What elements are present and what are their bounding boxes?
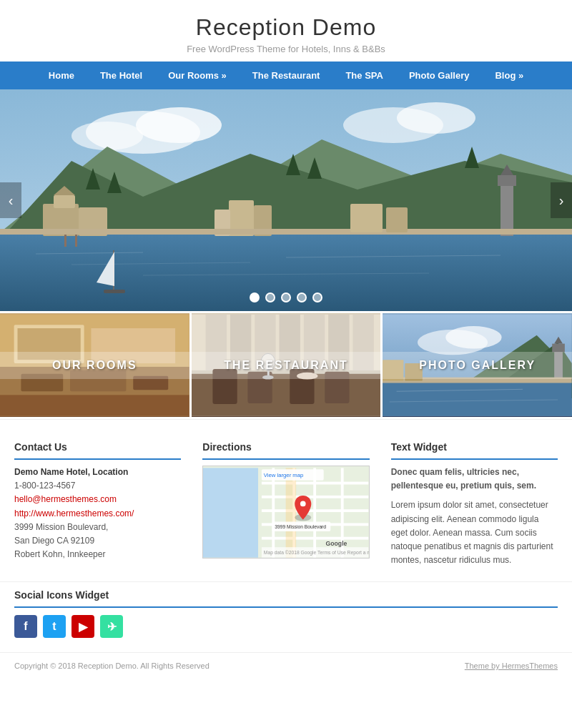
- svg-rect-91: [286, 468, 296, 557]
- svg-point-67: [446, 326, 502, 348]
- hero-dot-4[interactable]: [297, 292, 307, 302]
- svg-rect-35: [386, 207, 408, 232]
- svg-rect-19: [54, 195, 75, 208]
- hero-image: [0, 89, 572, 311]
- nav-item-hotel[interactable]: The Hotel: [87, 62, 155, 89]
- hero-dot-5[interactable]: [312, 292, 322, 302]
- svg-text:Map data ©2018 Google  Terms o: Map data ©2018 Google Terms of Use Repor…: [264, 550, 369, 556]
- nav-link-restaurant[interactable]: The Restaurant: [240, 62, 333, 89]
- map-container: View larger map 3999 Mission Boulevard M…: [202, 466, 369, 559]
- svg-text:Google: Google: [326, 540, 347, 547]
- feature-boxes: OUR ROOMS: [0, 313, 572, 417]
- hero-next-button[interactable]: ›: [551, 182, 572, 218]
- svg-rect-34: [350, 204, 383, 232]
- contact-widget-title: Contact Us: [14, 441, 181, 460]
- feature-box-restaurant[interactable]: THE RESTAURANT: [192, 313, 381, 417]
- svg-rect-24: [104, 290, 125, 293]
- feature-restaurant-label: THE RESTAURANT: [192, 352, 381, 379]
- contact-business-name: Demo Name Hotel, Location: [14, 467, 128, 477]
- social-facebook-icon[interactable]: f: [14, 615, 37, 638]
- nav-link-rooms[interactable]: Our Rooms »: [155, 62, 240, 89]
- contact-manager: Robert Kohn, Innkeeper: [14, 549, 105, 559]
- contact-email[interactable]: hello@hermesthemes.com: [14, 494, 117, 504]
- svg-text:View larger map: View larger map: [264, 472, 304, 478]
- nav-item-spa[interactable]: The SPA: [332, 62, 396, 89]
- social-widget-title: Social Icons Widget: [14, 589, 558, 608]
- text-widget: Text Widget Donec quam felis, ultricies …: [391, 441, 558, 567]
- svg-rect-31: [498, 175, 516, 186]
- hero-dot-1[interactable]: [250, 292, 260, 302]
- contact-widget: Contact Us Demo Name Hotel, Location 1-8…: [14, 441, 181, 567]
- nav-link-gallery[interactable]: Photo Gallery: [396, 62, 483, 89]
- nav-link-hotel[interactable]: The Hotel: [87, 62, 155, 89]
- feature-gallery-label: PHOTO GALLERY: [383, 352, 572, 379]
- hero-dot-3[interactable]: [281, 292, 291, 302]
- nav-item-rooms[interactable]: Our Rooms »: [155, 62, 240, 89]
- site-title: Reception Demo: [0, 14, 572, 41]
- social-tripadvisor-icon[interactable]: ✈: [100, 615, 123, 638]
- nav-item-home[interactable]: Home: [36, 62, 87, 89]
- social-icons-list: f t ▶ ✈: [14, 615, 558, 638]
- theme-credit-link[interactable]: Theme by HermesThemes: [465, 661, 558, 670]
- nav-list: Home The Hotel Our Rooms » The Restauran…: [0, 62, 572, 89]
- contact-address: Demo Name Hotel, Location 1-800-123-4567…: [14, 466, 181, 561]
- nav-item-blog[interactable]: Blog »: [482, 62, 536, 89]
- svg-rect-80: [203, 468, 258, 557]
- svg-point-2: [136, 107, 222, 143]
- footer-widgets: Contact Us Demo Name Hotel, Location 1-8…: [0, 419, 572, 581]
- copyright-text: Copyright © 2018 Reception Demo. All Rig…: [14, 661, 209, 670]
- svg-point-95: [300, 501, 306, 507]
- site-header: Reception Demo Free WordPress Theme for …: [0, 0, 572, 62]
- svg-rect-73: [383, 381, 572, 416]
- feature-box-rooms[interactable]: OUR ROOMS: [0, 313, 189, 417]
- nav-link-spa[interactable]: The SPA: [332, 62, 396, 89]
- text-widget-bold: Donec quam felis, ultricies nec, pellent…: [391, 466, 558, 493]
- main-nav: Home The Hotel Our Rooms » The Restauran…: [0, 62, 572, 89]
- map-image: View larger map 3999 Mission Boulevard M…: [203, 466, 368, 559]
- nav-link-home[interactable]: Home: [36, 62, 87, 89]
- site-tagline: Free WordPress Theme for Hotels, Inns & …: [0, 44, 572, 54]
- svg-rect-45: [0, 395, 189, 415]
- svg-rect-89: [314, 468, 317, 557]
- contact-website[interactable]: http://www.hermesthemes.com/: [14, 508, 134, 518]
- social-youtube-icon[interactable]: ▶: [72, 615, 94, 638]
- contact-address-line2: San Diego CA 92109: [14, 536, 94, 546]
- hero-prev-button[interactable]: ‹: [0, 182, 21, 218]
- nav-item-restaurant[interactable]: The Restaurant: [240, 62, 333, 89]
- svg-rect-30: [500, 182, 513, 236]
- svg-point-5: [397, 102, 475, 134]
- svg-rect-33: [0, 229, 572, 235]
- social-widget: Social Icons Widget f t ▶ ✈: [0, 581, 572, 652]
- text-widget-body: Lorem ipsum dolor sit amet, consectetuer…: [391, 498, 558, 567]
- directions-widget: Directions: [202, 441, 369, 567]
- feature-box-gallery[interactable]: PHOTO GALLERY: [383, 313, 572, 417]
- hero-dot-2[interactable]: [265, 292, 275, 302]
- contact-phone: 1-800-123-4567: [14, 481, 75, 491]
- feature-rooms-label: OUR ROOMS: [0, 352, 189, 379]
- contact-address-line1: 3999 Mission Boulevard,: [14, 522, 108, 532]
- hero-slider: ‹: [0, 89, 572, 311]
- nav-item-gallery[interactable]: Photo Gallery: [396, 62, 483, 89]
- footer-bottom: Copyright © 2018 Reception Demo. All Rig…: [0, 652, 572, 679]
- svg-rect-87: [272, 468, 275, 557]
- directions-widget-title: Directions: [202, 441, 369, 460]
- nav-link-blog[interactable]: Blog »: [482, 62, 536, 89]
- svg-point-3: [72, 122, 143, 150]
- hero-dots: [250, 292, 322, 302]
- social-twitter-icon[interactable]: t: [43, 615, 66, 638]
- text-widget-title: Text Widget: [391, 441, 558, 460]
- svg-text:3999 Mission Boulevard: 3999 Mission Boulevard: [275, 524, 327, 529]
